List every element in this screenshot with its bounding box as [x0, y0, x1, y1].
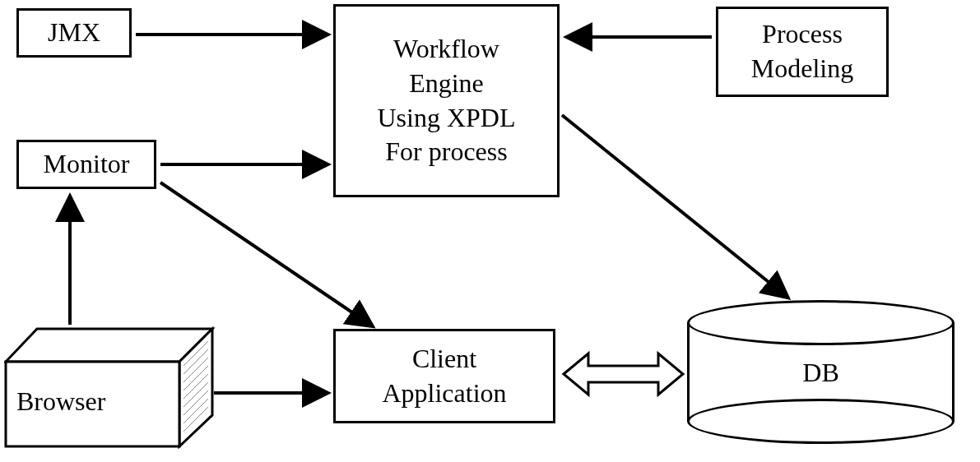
node-process-modeling: Process Modeling [716, 7, 889, 97]
node-workflow-content: Workflow Engine Using XPDL For process [377, 32, 515, 169]
arrow-workflow-to-db [562, 115, 786, 296]
svg-marker-13 [564, 353, 683, 395]
node-browser: Browser [4, 325, 214, 448]
arrow-client-db-bidirectional [564, 353, 683, 395]
diagram-canvas: JMX Monitor Workflow Engine Using XPDL F… [0, 0, 980, 462]
node-process-content: Process Modeling [751, 17, 853, 85]
node-db-label: DB [687, 358, 954, 388]
workflow-line1: Workflow [377, 32, 515, 67]
node-browser-label: Browser [16, 386, 105, 417]
node-workflow-engine: Workflow Engine Using XPDL For process [333, 4, 560, 197]
node-jmx-label: JMX [48, 16, 100, 50]
workflow-line3: Using XPDL [377, 101, 515, 136]
node-db: DB [687, 300, 954, 444]
workflow-line2: Engine [377, 67, 515, 101]
node-monitor-label: Monitor [44, 147, 130, 182]
node-client-content: Client Application [382, 342, 506, 410]
client-line1: Client [382, 342, 506, 377]
node-client-application: Client Application [333, 329, 555, 423]
process-line2: Modeling [751, 52, 853, 86]
client-line2: Application [382, 377, 506, 411]
svg-marker-0 [6, 329, 212, 362]
node-jmx: JMX [16, 8, 132, 58]
arrow-monitor-to-client [160, 182, 370, 325]
workflow-line4: For process [377, 135, 515, 169]
process-line1: Process [751, 17, 853, 52]
node-monitor: Monitor [16, 140, 156, 189]
